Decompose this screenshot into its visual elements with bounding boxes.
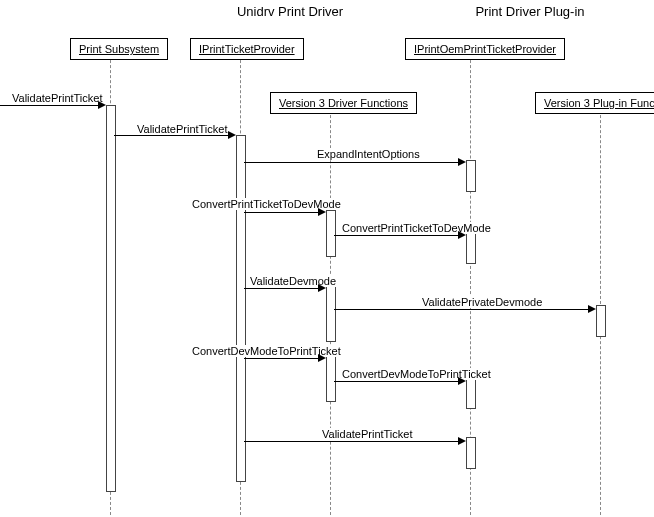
msg-line-m3b: [334, 235, 461, 236]
activation-v3driver-1: [326, 210, 336, 257]
msg-label-m3b: ConvertPrintTicketToDevMode: [340, 222, 493, 234]
head-text: Version 3 Driver Functions: [279, 97, 408, 109]
group-label-unidrv: Unidrv Print Driver: [200, 4, 380, 19]
msg-label-m4b: ValidatePrivateDevmode: [420, 296, 544, 308]
msg-label-m1: ValidatePrintTicket: [135, 123, 229, 135]
msg-label-m5b: ConvertDevModeToPrintTicket: [340, 368, 493, 380]
msg-line-m0: [0, 105, 100, 106]
head-provider: IPrintTicketProvider: [190, 38, 304, 60]
head-text: IPrintTicketProvider: [199, 43, 295, 55]
head-v3plugin: Version 3 Plug-in Functions: [535, 92, 654, 114]
msg-label-m0: ValidatePrintTicket: [10, 92, 104, 104]
activation-oemprov-4: [466, 437, 476, 469]
activation-oemprov-1: [466, 160, 476, 192]
activation-v3driver-3: [326, 355, 336, 402]
msg-line-m6: [244, 441, 461, 442]
head-text: IPrintOemPrintTicketProvider: [414, 43, 556, 55]
group-label-plugin: Print Driver Plug-in: [430, 4, 630, 19]
activation-oemprov-2: [466, 232, 476, 264]
msg-arrow-m4a: [318, 284, 326, 292]
msg-arrow-m3a: [318, 208, 326, 216]
head-text: Print Subsystem: [79, 43, 159, 55]
msg-line-m3a: [244, 212, 321, 213]
activation-provider: [236, 135, 246, 482]
activation-v3plugin-1: [596, 305, 606, 337]
msg-arrow-m6: [458, 437, 466, 445]
msg-line-m4a: [244, 288, 321, 289]
head-printsub: Print Subsystem: [70, 38, 168, 60]
activation-printsub: [106, 105, 116, 492]
head-oemprov: IPrintOemPrintTicketProvider: [405, 38, 565, 60]
activation-v3driver-2: [326, 285, 336, 342]
head-v3driver: Version 3 Driver Functions: [270, 92, 417, 114]
msg-line-m5a: [244, 358, 321, 359]
activation-oemprov-3: [466, 377, 476, 409]
msg-line-m5b: [334, 381, 461, 382]
msg-arrow-m4b: [588, 305, 596, 313]
head-text: Version 3 Plug-in Functions: [544, 97, 654, 109]
msg-arrow-m1: [228, 131, 236, 139]
msg-arrow-m5a: [318, 354, 326, 362]
msg-line-m2: [244, 162, 461, 163]
msg-line-m1: [114, 135, 231, 136]
msg-arrow-m3b: [458, 231, 466, 239]
msg-arrow-m2: [458, 158, 466, 166]
msg-arrow-m5b: [458, 377, 466, 385]
msg-arrow-m0: [98, 101, 106, 109]
msg-label-m6: ValidatePrintTicket: [320, 428, 414, 440]
sequence-diagram: Unidrv Print Driver Print Driver Plug-in…: [0, 0, 654, 517]
msg-label-m2: ExpandIntentOptions: [315, 148, 422, 160]
msg-line-m4b: [334, 309, 591, 310]
